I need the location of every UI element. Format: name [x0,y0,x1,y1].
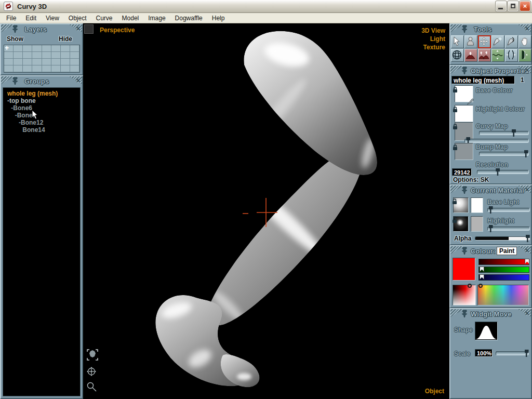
layers-show-button[interactable]: Show [7,35,23,43]
layer-cell[interactable] [42,59,51,65]
tool-pan[interactable] [518,35,531,48]
options-label[interactable]: Options: SK [453,176,489,183]
layers-hide-button[interactable]: Hide [59,35,72,43]
layer-cell[interactable] [51,52,61,59]
channel-handle[interactable] [480,267,484,272]
close-icon[interactable]: × [525,309,529,317]
close-icon[interactable]: × [525,24,529,33]
menu-model[interactable]: Model [117,14,144,23]
close-button[interactable]: × [520,1,530,11]
layer-cell[interactable] [51,45,61,52]
slider-handle[interactable] [489,225,493,232]
tool-pen-edit[interactable] [505,35,518,48]
groups-panel-titlebar[interactable]: Groups × [1,76,83,86]
group-item-bone6[interactable]: -Bone6 [3,104,80,112]
tool-globe[interactable] [451,49,464,62]
menu-help[interactable]: Help [207,14,230,23]
tool-pen-add[interactable] [491,35,504,48]
layer-cell[interactable] [4,52,14,59]
layer-cell[interactable] [4,65,14,72]
slider-handle[interactable] [489,206,493,214]
colour-panel-titlebar[interactable]: Colour: Paint × [450,246,531,256]
layer-cell[interactable] [70,65,79,72]
zoom-icon[interactable] [86,381,99,395]
layer-cell[interactable] [14,65,23,72]
highlight-colour-swatch-2[interactable] [471,216,483,232]
tools-panel-titlebar[interactable]: Tools × [450,24,531,34]
slider-handle[interactable] [525,350,529,357]
group-item-whole-leg[interactable]: whole leg (mesh) [3,90,80,97]
resolution-slider[interactable] [477,170,529,174]
pin-icon[interactable] [461,66,468,76]
widgit-move-titlebar[interactable]: Widgit Move × [450,309,531,319]
value-saturation-square[interactable] [453,285,476,305]
layer-cell[interactable] [23,65,32,72]
layer-cell-add[interactable]: + [4,45,14,52]
layer-cell[interactable] [61,59,70,65]
bump-map-slider[interactable] [479,152,529,156]
menu-image[interactable]: Image [143,14,170,23]
lock-icon[interactable] [452,197,457,207]
layer-cell[interactable] [32,65,42,72]
layers-grid[interactable]: + [4,45,80,73]
menu-dogwaffle[interactable]: Dogwaffle [170,14,207,23]
lock-icon[interactable] [453,86,458,95]
group-item-top-bone[interactable]: -top bone [3,97,80,104]
red-channel-bar[interactable] [478,259,529,265]
tool-inflate[interactable] [464,49,477,62]
base-light-slider[interactable] [487,208,530,212]
menu-edit[interactable]: Edit [21,14,41,23]
green-channel-bar[interactable] [478,267,529,273]
layer-cell[interactable] [70,45,79,52]
scale-slider[interactable] [496,351,529,355]
groups-list[interactable]: whole leg (mesh) -top bone -Bone6 -Bone9… [3,87,81,396]
layer-cell[interactable] [42,52,51,59]
layer-cell[interactable] [70,52,79,59]
tool-blob[interactable] [464,35,477,48]
menu-curve[interactable]: Curve [91,14,117,23]
layer-cell[interactable] [14,45,23,52]
pin-icon[interactable] [461,186,468,196]
pin-icon[interactable] [461,310,468,320]
layer-cell[interactable] [32,59,42,65]
lock-icon[interactable] [453,123,458,132]
pin-icon[interactable] [461,25,468,35]
menu-file[interactable]: File [2,14,21,23]
current-material-titlebar[interactable]: Current Material × [450,185,531,195]
tool-pinch[interactable] [505,49,518,62]
layer-cell[interactable] [23,45,32,52]
close-icon[interactable]: × [525,66,529,74]
lock-icon[interactable] [453,143,458,153]
tool-move[interactable] [478,35,491,48]
slider-handle[interactable] [526,235,530,242]
hue-square[interactable] [477,285,529,305]
lock-icon[interactable] [452,216,457,225]
channel-handle[interactable] [480,274,484,280]
slider-handle[interactable] [524,150,528,157]
layer-cell[interactable] [61,52,70,59]
material-highlight-slider[interactable] [487,227,530,231]
layer-cell[interactable] [42,65,51,72]
close-icon[interactable]: × [525,246,529,255]
colour-mode-badge[interactable]: Paint [497,247,517,255]
group-item-bone9[interactable]: -Bone9 [3,112,80,119]
close-icon[interactable]: × [525,185,529,194]
close-icon[interactable]: × [76,24,81,33]
leg-mesh-render[interactable] [83,23,449,399]
curvy-map-slider-2[interactable] [464,139,529,143]
layer-cell[interactable] [32,45,42,52]
pin-icon[interactable] [12,77,19,87]
tool-wave[interactable] [491,49,504,62]
layer-cell[interactable] [42,45,51,52]
object-name-field[interactable]: whole leg (mesh) [451,76,515,84]
alpha-slider[interactable] [475,236,530,241]
group-item-bone14[interactable]: Bone14 [3,126,80,134]
tool-select[interactable] [451,35,464,48]
layer-cell[interactable] [61,65,70,72]
group-item-bone12[interactable]: -Bone12 [3,119,80,126]
layer-cell[interactable] [51,59,61,65]
layer-cell[interactable] [70,59,79,65]
channel-handle[interactable] [525,259,529,264]
base-light-colour-swatch[interactable] [471,197,483,213]
current-colour-swatch[interactable] [453,258,475,281]
